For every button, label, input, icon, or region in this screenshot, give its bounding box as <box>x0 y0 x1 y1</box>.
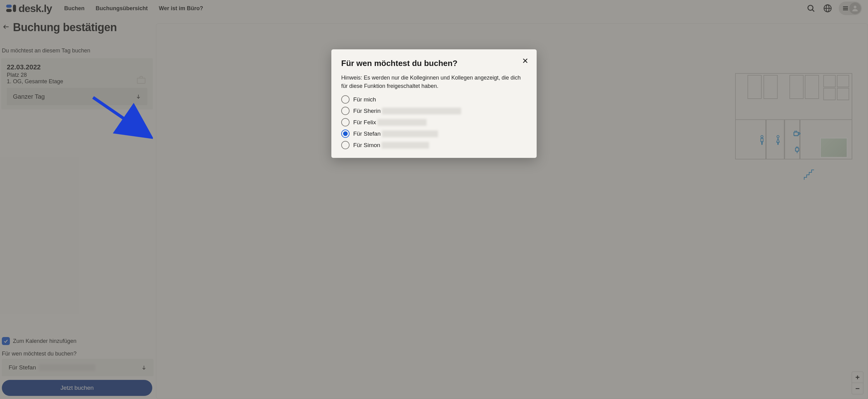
dialog-hint: Hinweis: Es werden nur die Kolleginnen u… <box>341 74 527 90</box>
svg-rect-23 <box>137 78 145 83</box>
close-icon[interactable] <box>522 57 529 65</box>
radio-label: Für mich <box>353 96 376 103</box>
radio-indicator <box>341 141 349 149</box>
dialog-overlay[interactable]: Für wen möchtest du buchen? Hinweis: Es … <box>0 0 868 399</box>
radio-option-me[interactable]: Für mich <box>341 95 527 103</box>
radio-indicator <box>341 107 349 115</box>
radio-option-sherin[interactable]: Für Sherin■■■■ ■■■■ ■■■■■ ■■■■■■■■ <box>341 107 527 115</box>
dialog-title: Für wen möchtest du buchen? <box>341 59 527 68</box>
radio-label: Für Sherin <box>353 108 381 114</box>
radio-option-felix[interactable]: Für Felix■■■ ■■■■■■■■■ ■ <box>341 118 527 126</box>
radio-option-simon[interactable]: Für Simon■■■■■■■■■■■■ ■ <box>341 141 527 149</box>
who-dialog: Für wen möchtest du buchen? Hinweis: Es … <box>331 49 537 158</box>
radio-option-stefan[interactable]: Für Stefan■■■■ ■■■■■■■■■■ ■ <box>341 129 527 138</box>
radio-label: Für Stefan <box>353 130 381 137</box>
radio-label: Für Simon <box>353 142 380 148</box>
radio-list: Für mich Für Sherin■■■■ ■■■■ ■■■■■ ■■■■■… <box>341 95 527 149</box>
radio-indicator <box>341 129 349 138</box>
radio-indicator <box>341 95 349 103</box>
radio-indicator <box>341 118 349 126</box>
briefcase-icon <box>135 74 147 85</box>
radio-label: Für Felix <box>353 119 376 125</box>
